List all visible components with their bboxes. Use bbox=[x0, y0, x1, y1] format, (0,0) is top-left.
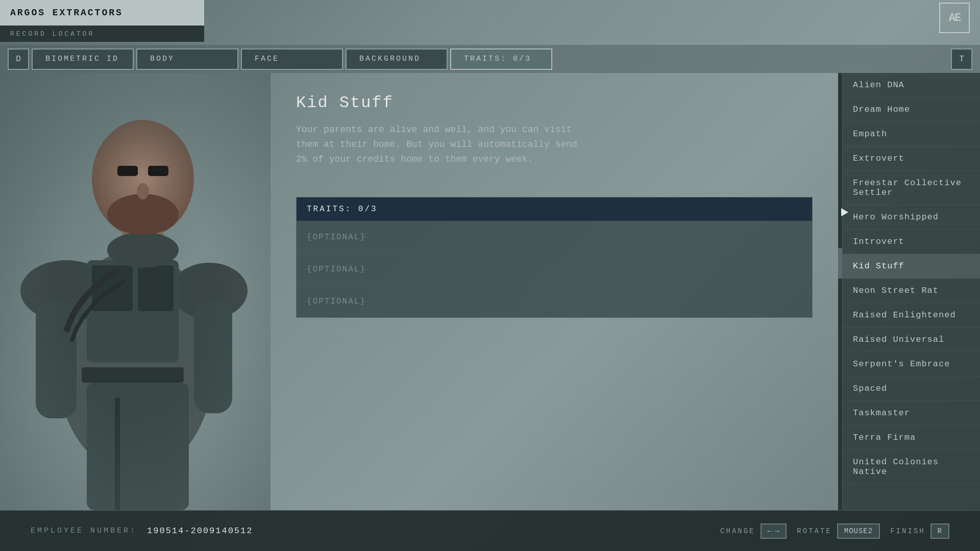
change-key[interactable]: ← → bbox=[761, 523, 787, 539]
sidebar-item-kid-stuff[interactable]: Kid Stuff bbox=[843, 254, 980, 279]
title-bar: ARGOS EXTRACTORS AE bbox=[0, 0, 980, 26]
change-next-icon: → bbox=[775, 527, 779, 535]
cursor-indicator bbox=[841, 208, 848, 216]
svg-rect-10 bbox=[194, 301, 232, 413]
character-area bbox=[0, 73, 271, 510]
scrollbar-track[interactable] bbox=[838, 73, 842, 510]
sidebar-item-freestar[interactable]: Freestar Collective Settler bbox=[843, 171, 980, 205]
sidebar-item-serpents-embrace[interactable]: Serpent's Embrace bbox=[843, 352, 980, 377]
top-bar: ARGOS EXTRACTORS AE RECORD LOCATOR bbox=[0, 0, 980, 51]
tab-traits-label: TRAITS: 0/3 bbox=[464, 55, 531, 63]
rotate-action: ROTATE MOUSE2 bbox=[797, 523, 880, 539]
trait-slot-1-label: {OPTIONAL} bbox=[307, 233, 366, 242]
bottom-right-actions: CHANGE ← → ROTATE MOUSE2 FINISH R bbox=[720, 523, 949, 539]
app-title: ARGOS EXTRACTORS bbox=[0, 0, 204, 26]
svg-point-17 bbox=[137, 183, 149, 199]
svg-rect-11 bbox=[82, 367, 184, 383]
traits-list[interactable]: Alien DNADream HomeEmpathExtrovertFreest… bbox=[842, 73, 980, 510]
ae-logo: AE bbox=[939, 3, 970, 33]
sidebar-item-united-colonies-native[interactable]: United Colonies Native bbox=[843, 450, 980, 484]
tab-background[interactable]: BACKGROUND bbox=[346, 48, 448, 70]
record-locator: RECORD LOCATOR bbox=[0, 26, 204, 42]
nav-right-symbol: T bbox=[959, 55, 964, 64]
svg-rect-13 bbox=[115, 398, 120, 510]
tab-body[interactable]: BODY bbox=[136, 48, 238, 70]
sidebar-item-terra-firma[interactable]: Terra Firma bbox=[843, 425, 980, 450]
svg-rect-15 bbox=[117, 166, 138, 176]
tab-biometric-label: BIOMETRIC ID bbox=[45, 55, 119, 63]
trait-slot-2-label: {OPTIONAL} bbox=[307, 265, 366, 274]
rotate-label: ROTATE bbox=[797, 527, 831, 535]
tab-background-label: BACKGROUND bbox=[359, 55, 421, 63]
svg-point-8 bbox=[107, 232, 179, 268]
tab-traits[interactable]: TRAITS: 0/3 bbox=[450, 48, 552, 70]
trait-slot-2[interactable]: {OPTIONAL} bbox=[297, 253, 812, 285]
sidebar-item-introvert[interactable]: Introvert bbox=[843, 230, 980, 254]
svg-rect-12 bbox=[87, 383, 189, 510]
change-action: CHANGE ← → bbox=[720, 523, 787, 539]
sidebar-item-raised-enlightened[interactable]: Raised Enlightened bbox=[843, 303, 980, 328]
rotate-key-label: MOUSE2 bbox=[844, 527, 873, 535]
rotate-key[interactable]: MOUSE2 bbox=[837, 523, 880, 539]
employee-label: EMPLOYEE NUMBER: bbox=[31, 527, 137, 535]
trait-slot-1[interactable]: {OPTIONAL} bbox=[297, 221, 812, 253]
nav-left-symbol: D bbox=[16, 55, 21, 64]
center-content: Kid Stuff Your parents are alive and wel… bbox=[271, 73, 838, 510]
sidebar-item-raised-universal[interactable]: Raised Universal bbox=[843, 328, 980, 352]
trait-slot-3[interactable]: {OPTIONAL} bbox=[297, 285, 812, 317]
sidebar-item-neon-street-rat[interactable]: Neon Street Rat bbox=[843, 279, 980, 303]
trait-title: Kid Stuff bbox=[296, 93, 813, 112]
sidebar-item-alien-dna[interactable]: Alien DNA bbox=[843, 73, 980, 97]
finish-label: FINISH bbox=[890, 527, 925, 535]
svg-rect-16 bbox=[148, 166, 168, 176]
nav-right-icon[interactable]: T bbox=[951, 48, 972, 70]
traits-panel-header: TRAITS: 0/3 bbox=[297, 197, 812, 221]
trait-slot-3-label: {OPTIONAL} bbox=[307, 297, 366, 306]
character-figure bbox=[15, 73, 255, 510]
employee-number: 190514-2009140512 bbox=[147, 526, 253, 536]
scrollbar-thumb[interactable] bbox=[838, 248, 842, 279]
tab-body-label: BODY bbox=[150, 55, 175, 63]
sidebar-item-spaced[interactable]: Spaced bbox=[843, 377, 980, 401]
bottom-bar: EMPLOYEE NUMBER: 190514-2009140512 CHANG… bbox=[0, 510, 980, 551]
tab-biometric[interactable]: BIOMETRIC ID bbox=[32, 48, 134, 70]
change-prev-icon: ← bbox=[768, 527, 772, 535]
tab-face-label: FACE bbox=[255, 55, 279, 63]
sidebar-item-hero-worshipped[interactable]: Hero Worshipped bbox=[843, 205, 980, 230]
trait-description: Your parents are alive and well, and you… bbox=[296, 122, 592, 166]
svg-rect-7 bbox=[138, 265, 174, 311]
tab-face[interactable]: FACE bbox=[241, 48, 343, 70]
sidebar-item-dream-home[interactable]: Dream Home bbox=[843, 97, 980, 122]
nav-left-icon[interactable]: D bbox=[8, 48, 29, 70]
nav-tabs: D BIOMETRIC ID BODY FACE BACKGROUND TRAI… bbox=[0, 45, 980, 73]
svg-point-14 bbox=[107, 194, 179, 235]
finish-action: FINISH R bbox=[890, 523, 949, 539]
sidebar-item-extrovert[interactable]: Extrovert bbox=[843, 146, 980, 171]
change-label: CHANGE bbox=[720, 527, 755, 535]
traits-panel: TRAITS: 0/3 {OPTIONAL} {OPTIONAL} {OPTIO… bbox=[296, 197, 813, 318]
sidebar-item-taskmaster[interactable]: Taskmaster bbox=[843, 401, 980, 425]
finish-key-label: R bbox=[938, 527, 942, 535]
main-content: Kid Stuff Your parents are alive and wel… bbox=[0, 73, 980, 510]
sidebar-item-empath[interactable]: Empath bbox=[843, 122, 980, 146]
finish-key[interactable]: R bbox=[930, 523, 949, 539]
